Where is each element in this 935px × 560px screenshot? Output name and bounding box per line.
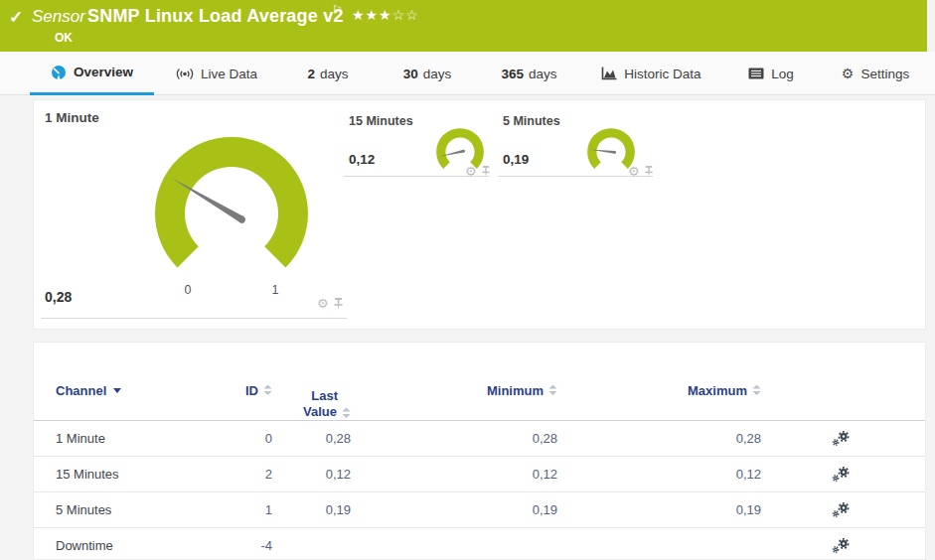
table-header-row: Channel ID Last Value Minimum Maximum — [34, 343, 925, 421]
column-label: Channel — [56, 383, 106, 399]
tab-overview[interactable]: Overview — [30, 52, 154, 95]
maximum-value: 0,28 — [736, 431, 761, 446]
tab-label: days — [320, 67, 349, 81]
pin-icon[interactable] — [481, 166, 491, 177]
tab-number: 365 — [501, 67, 524, 81]
last-value: 0,19 — [326, 502, 351, 517]
gauge-settings-icon[interactable]: ⚙ — [465, 164, 477, 179]
gauge-toolbar: ⚙ — [465, 164, 491, 179]
gauge-section-5-minutes: 5 Minutes 0,19 ⚙ — [498, 108, 653, 177]
priority-stars[interactable]: ★★★☆☆ — [352, 7, 419, 23]
tab-2-days[interactable]: 2 days — [293, 52, 363, 95]
sort-icon — [752, 384, 761, 396]
pin-icon[interactable] — [644, 166, 654, 177]
gauge-section-1-minute: 1 Minute 0 1 0,28 ⚙ — [41, 100, 347, 319]
gauge-settings-icon[interactable]: ⚙ — [628, 164, 640, 179]
gauge-toolbar: ⚙ — [317, 296, 344, 311]
chart-icon — [601, 67, 617, 80]
tab-label: days — [529, 67, 557, 81]
tab-bar: Overview Live Data 2 days 30 days 365 da… — [0, 52, 935, 95]
column-header-id[interactable]: ID — [225, 383, 272, 420]
channel-name[interactable]: 5 Minutes — [56, 502, 111, 517]
gauge-value: 0,12 — [349, 152, 375, 167]
gauge-scale-max: 1 — [272, 283, 279, 297]
channel-id: 2 — [265, 467, 272, 482]
tab-365-days[interactable]: 365 days — [487, 52, 571, 95]
column-header-last-value[interactable]: Last Value — [272, 383, 351, 420]
table-row: Downtime -4 — [34, 528, 925, 560]
channel-id: 1 — [265, 502, 272, 517]
channel-id: 0 — [265, 431, 272, 446]
tab-historic-data[interactable]: Historic Data — [594, 52, 708, 95]
sort-icon — [263, 384, 272, 396]
column-header-channel[interactable]: Channel — [56, 383, 225, 420]
channel-name[interactable]: 1 Minute — [56, 431, 105, 446]
gauge-icon — [51, 65, 67, 80]
column-label: ID — [245, 383, 258, 399]
gauge-settings-icon[interactable]: ⚙ — [317, 296, 329, 311]
column-header-maximum[interactable]: Maximum — [557, 383, 761, 420]
gauges-panel: 1 Minute 0 1 0,28 ⚙ 15 Minutes — [33, 99, 926, 330]
sensor-header: ✓ Sensor SNMP Linux Load Average v2 ⚐ ★★… — [0, 0, 927, 52]
channels-table-panel: Channel ID Last Value Minimum Maximum 1 … — [33, 342, 926, 560]
channel-settings-icon[interactable] — [832, 538, 850, 553]
minimum-value: 0,12 — [533, 467, 557, 482]
gear-icon: ⚙ — [842, 66, 855, 81]
sensor-title: SNMP Linux Load Average v2 — [87, 6, 344, 27]
column-header-actions — [761, 383, 920, 420]
table-row: 15 Minutes 2 0,12 0,12 0,12 — [34, 457, 925, 492]
table-row: 1 Minute 0 0,28 0,28 0,28 — [34, 421, 925, 457]
gauge-toolbar: ⚙ — [628, 164, 654, 179]
gauge-scale-min: 0 — [185, 283, 192, 297]
maximum-value: 0,19 — [736, 502, 761, 517]
gauge-title: 15 Minutes — [349, 114, 413, 128]
column-label: Minimum — [487, 383, 544, 399]
gauge-value: 0,19 — [503, 152, 529, 167]
tab-30-days[interactable]: 30 days — [388, 52, 467, 95]
sort-icon — [548, 384, 557, 396]
gauge-title: 1 Minute — [45, 110, 99, 125]
tab-settings[interactable]: ⚙ Settings — [837, 52, 914, 95]
gauge-title: 5 Minutes — [503, 114, 560, 128]
channel-id: -4 — [260, 538, 272, 553]
status-badge: OK — [55, 31, 73, 45]
channel-settings-icon[interactable] — [832, 467, 850, 482]
pin-icon[interactable] — [333, 298, 344, 310]
tab-log[interactable]: Log — [740, 52, 802, 95]
object-kind-label: Sensor — [32, 7, 85, 27]
column-label: Last — [311, 388, 338, 404]
tab-label: Live Data — [201, 67, 257, 81]
minimum-value: 0,28 — [533, 431, 557, 446]
column-header-minimum[interactable]: Minimum — [351, 383, 557, 420]
table-row: 5 Minutes 1 0,19 0,19 0,19 — [34, 492, 925, 528]
tab-number: 2 — [307, 67, 315, 81]
stars-filled: ★★★ — [352, 7, 392, 23]
column-label: Maximum — [688, 383, 747, 399]
tab-number: 30 — [403, 67, 418, 81]
flag-icon[interactable]: ⚐ — [332, 3, 343, 17]
tab-label: Log — [771, 67, 794, 81]
last-value: 0,12 — [326, 467, 351, 482]
channel-name[interactable]: 15 Minutes — [56, 467, 119, 482]
gauge-value: 0,28 — [45, 289, 72, 305]
minimum-value: 0,19 — [533, 502, 557, 517]
last-value: 0,28 — [326, 431, 351, 446]
tab-label: Settings — [860, 67, 909, 81]
channel-settings-icon[interactable] — [832, 502, 850, 517]
tab-label: days — [423, 67, 452, 81]
broadcast-icon — [176, 68, 194, 80]
channel-name[interactable]: Downtime — [56, 538, 113, 553]
sort-desc-icon — [113, 388, 121, 393]
channel-settings-icon[interactable] — [832, 431, 850, 446]
tab-label: Overview — [74, 65, 133, 79]
gauge-section-15-minutes: 15 Minutes 0,12 ⚙ — [344, 108, 490, 177]
stars-empty: ☆☆ — [392, 7, 419, 23]
column-label: Value — [303, 404, 337, 420]
log-icon — [748, 68, 764, 79]
status-check-icon: ✓ — [9, 7, 23, 28]
gauge-1-minute: 0 1 — [132, 114, 331, 313]
maximum-value: 0,12 — [736, 467, 761, 482]
tab-label: Historic Data — [624, 67, 701, 81]
sort-icon — [342, 407, 351, 419]
